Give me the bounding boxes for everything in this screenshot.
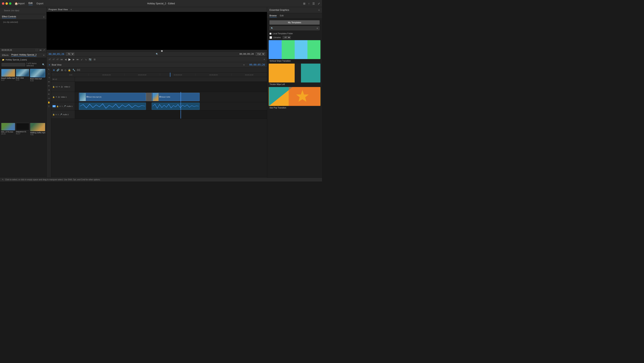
- close-button[interactable]: [2, 2, 4, 5]
- panels-icon[interactable]: ☰: [312, 2, 315, 5]
- rectangle-tool[interactable]: ▭: [48, 97, 50, 100]
- overwrite-icon[interactable]: ↘: [85, 58, 87, 61]
- libraries-checkbox[interactable]: [270, 36, 272, 39]
- mark-icon[interactable]: ◇: [64, 69, 66, 72]
- export-frame-icon[interactable]: ↗: [43, 49, 45, 51]
- monitor-menu-icon[interactable]: ≡: [70, 8, 72, 11]
- snap-icon[interactable]: ⊕: [53, 69, 55, 72]
- home-icon[interactable]: 🏠: [14, 2, 18, 5]
- lock-v1-icon[interactable]: 🔒: [52, 96, 55, 98]
- zoom-icon[interactable]: 🔍: [156, 53, 158, 55]
- mark-in-icon[interactable]: ⏎: [48, 58, 50, 61]
- media-item[interactable]: Beach Selfie.mp4 3:27: [1, 69, 15, 122]
- play-button[interactable]: ▶: [68, 58, 71, 61]
- pen-tool[interactable]: ✏: [48, 93, 50, 96]
- lock-a1-icon[interactable]: 🔒: [56, 105, 58, 107]
- nav-import[interactable]: Import: [18, 2, 24, 5]
- fullscreen-icon[interactable]: ⤢: [318, 2, 320, 5]
- lock-v2-icon[interactable]: 🔒: [52, 86, 55, 88]
- go-to-in-icon[interactable]: ⏮: [60, 58, 63, 61]
- track-a1-content[interactable]: [75, 102, 267, 110]
- camera-icon[interactable]: 📷: [89, 58, 92, 61]
- nav-edit[interactable]: Edit: [28, 2, 33, 5]
- track-lock-icon[interactable]: 🔒: [68, 69, 71, 72]
- hand-tool[interactable]: ✋: [48, 101, 50, 104]
- subtitle-icon[interactable]: CC: [77, 69, 80, 72]
- select-tool[interactable]: ↖: [48, 68, 50, 71]
- mark-clip-icon[interactable]: ⏎: [56, 58, 58, 61]
- slip-tool[interactable]: ⊲: [48, 89, 50, 91]
- minimize-button[interactable]: [6, 2, 8, 5]
- timeline-menu-icon[interactable]: ≡: [243, 64, 244, 66]
- workspace-icon[interactable]: ⊞: [303, 2, 306, 5]
- audio-clip-2[interactable]: [152, 103, 200, 110]
- track-select-tool[interactable]: ↕: [48, 73, 50, 75]
- eg-menu-icon[interactable]: ≡: [318, 9, 320, 11]
- track-v2-content[interactable]: [75, 82, 267, 92]
- project-search-input[interactable]: [2, 63, 25, 66]
- media-item[interactable]: Walking Selfie.mp4 7;01: [30, 123, 45, 176]
- template-vertical-stripe[interactable]: Vertical Stripe Transition: [267, 40, 322, 64]
- insert-icon[interactable]: ↙: [81, 58, 83, 61]
- maximize-button[interactable]: [9, 2, 12, 5]
- eg-star-icon[interactable]: ★: [316, 27, 318, 30]
- edit-tab[interactable]: Edit: [280, 14, 284, 17]
- template-tricolor-wipe[interactable]: Tricolor Wipe Left: [267, 64, 322, 87]
- rate-stretch-tool[interactable]: ⇔: [48, 81, 50, 83]
- monitor-scrubbar[interactable]: [46, 50, 267, 51]
- go-to-out-icon[interactable]: ⏭: [76, 58, 79, 61]
- clip-beach-selfie[interactable]: 🎞 Beach Selfie: [152, 93, 200, 101]
- track-v1-content[interactable]: 🎞 Boat View.mp4 [V] 🎞 Beach Selfie: [75, 92, 267, 102]
- track-a2-content[interactable]: [75, 110, 267, 119]
- step-back-icon[interactable]: ◀: [65, 58, 66, 61]
- mic-a1-icon[interactable]: 🎤: [64, 105, 66, 107]
- s-a2-btn[interactable]: S: [58, 114, 59, 116]
- mark-out-icon[interactable]: ⏎: [52, 58, 54, 61]
- media-item[interactable]: Boat View 9:20: [16, 69, 30, 122]
- s-a1-btn[interactable]: S: [62, 105, 63, 107]
- share-icon[interactable]: ↑: [308, 2, 310, 5]
- filter-icon[interactable]: ⛶: [36, 49, 38, 51]
- wrench-icon[interactable]: 🔧: [72, 69, 75, 72]
- local-templates-checkbox[interactable]: [270, 33, 272, 35]
- libraries-dropdown[interactable]: All: [283, 36, 291, 39]
- effect-controls-menu-icon[interactable]: ≡: [43, 16, 44, 18]
- media-item[interactable]: Sequence 01 31;17: [16, 123, 30, 176]
- step-forward-icon[interactable]: ▶: [73, 58, 74, 61]
- m-a2-btn[interactable]: M: [56, 114, 57, 116]
- project-menu-icon[interactable]: ≡: [43, 54, 44, 56]
- media-duration: 5:23: [30, 80, 45, 82]
- prev-icon[interactable]: ⏮: [39, 49, 42, 51]
- ripple-tool[interactable]: ⊣: [48, 76, 50, 79]
- effect-controls-tab[interactable]: Effect Controls: [2, 15, 16, 18]
- link-icon[interactable]: 🔗: [56, 69, 60, 72]
- effects-tab[interactable]: Effects: [2, 54, 8, 56]
- search-icon[interactable]: 🔍: [42, 63, 45, 66]
- resolution-dropdown[interactable]: Full: [256, 52, 265, 56]
- track-v3-icon[interactable]: V3: [55, 78, 57, 80]
- fit-dropdown[interactable]: Fit: [66, 52, 74, 56]
- export-icon[interactable]: ⊞: [94, 58, 96, 61]
- nav-export[interactable]: Export: [36, 2, 44, 5]
- cam-v2-icon[interactable]: 🎥: [61, 86, 63, 88]
- eye-v1-icon[interactable]: 👁: [56, 96, 57, 98]
- media-item-selected[interactable]: Boat View.mp4 5:23: [30, 69, 45, 122]
- eye-v2-icon[interactable]: 👁: [58, 86, 60, 88]
- m-a1-btn[interactable]: M: [60, 105, 61, 107]
- add-marker-icon[interactable]: ⊞: [61, 69, 63, 72]
- project-tab[interactable]: Project: Holiday Special_2: [11, 54, 36, 57]
- razor-tool[interactable]: ✂: [48, 85, 50, 87]
- audio-clip-1[interactable]: [79, 103, 146, 110]
- template-star-pop[interactable]: Star Pop Transition: [267, 87, 322, 110]
- browse-tab[interactable]: Browse: [270, 14, 277, 17]
- clip-boat-view[interactable]: 🎞 Boat View.mp4 [V]: [79, 93, 146, 101]
- timeline-close-icon[interactable]: ✕: [48, 64, 50, 66]
- lock-a2-icon[interactable]: 🔒: [52, 114, 55, 116]
- my-templates-button[interactable]: My Templates: [270, 20, 320, 25]
- cam-v1-icon[interactable]: 🎥: [58, 96, 60, 98]
- mic-a2-icon[interactable]: 🎤: [60, 114, 62, 116]
- eg-search-input[interactable]: [274, 27, 315, 29]
- add-button-icon[interactable]: +: [264, 58, 265, 61]
- media-item[interactable]: IMG_0776.mov 20:21: [1, 123, 15, 176]
- text-tool[interactable]: T: [48, 105, 50, 108]
